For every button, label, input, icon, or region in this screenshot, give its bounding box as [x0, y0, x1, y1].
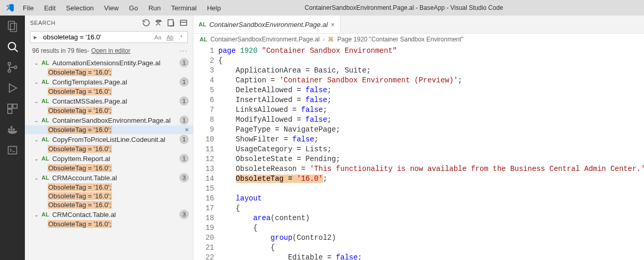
- editor-tabs: AL ContainerSandboxEnvironment.Page.al ×: [193, 16, 644, 34]
- svg-rect-15: [8, 147, 17, 154]
- chevron-down-icon[interactable]: ⌄: [34, 79, 40, 85]
- search-result-match[interactable]: ObsoleteTag = '16.0';: [25, 68, 193, 77]
- svg-point-4: [8, 63, 11, 65]
- close-icon[interactable]: ×: [331, 21, 335, 28]
- chevron-down-icon[interactable]: ⌄: [34, 118, 40, 123]
- breadcrumb[interactable]: AL ContainerSandboxEnvironment.Page.al ›…: [193, 34, 644, 45]
- search-result-match[interactable]: ObsoleteTag = '16.0';×: [25, 125, 193, 134]
- chevron-right-icon: ›: [323, 36, 325, 43]
- search-icon[interactable]: [6, 40, 19, 53]
- menu-run[interactable]: Run: [143, 2, 166, 14]
- match-count-badge: 1: [179, 135, 189, 144]
- match-count-badge: 1: [179, 77, 189, 86]
- expand-search-toggle-icon[interactable]: ▸: [34, 33, 41, 41]
- search-result-match[interactable]: ObsoleteTag = '16.0';: [25, 106, 193, 115]
- collapse-icon[interactable]: [179, 19, 188, 27]
- svg-point-5: [8, 70, 11, 73]
- match-wholeword-toggle[interactable]: Ab: [165, 34, 175, 41]
- chevron-down-icon[interactable]: ⌄: [34, 212, 40, 218]
- match-text: ObsoleteTag = '16.0';: [48, 107, 112, 114]
- more-icon[interactable]: ···: [179, 47, 188, 54]
- menu-file[interactable]: File: [18, 2, 39, 14]
- editor-area: AL ContainerSandboxEnvironment.Page.al ×…: [193, 16, 644, 260]
- activity-bar: [0, 16, 25, 260]
- tab-label: ContainerSandboxEnvironment.Page.al: [209, 21, 328, 28]
- file-name: ContactMSSales.Page.al: [52, 97, 179, 105]
- file-name: AutomationExtensionsEntity.Page.al: [52, 59, 179, 67]
- search-result-file[interactable]: ⌄ALConfigTemplates.Page.al1: [25, 77, 193, 87]
- match-case-toggle[interactable]: Aa: [153, 34, 163, 41]
- code-lines[interactable]: page 1920 "Container Sandbox Environment…: [218, 45, 644, 260]
- menu-view[interactable]: View: [99, 2, 124, 14]
- code-editor[interactable]: 12345678910111213141516171819202122 page…: [193, 45, 644, 260]
- match-text: ObsoleteTag = '16.0';: [48, 126, 112, 134]
- terminal-panel-icon[interactable]: [6, 144, 19, 156]
- vscode-logo-icon: [5, 3, 15, 12]
- search-result-match[interactable]: ObsoleteTag = '16.0';: [25, 192, 193, 200]
- match-text: ObsoleteTag = '16.0';: [48, 192, 112, 200]
- svg-rect-10: [8, 109, 12, 113]
- breadcrumb-symbol[interactable]: Page 1920 "Container Sandbox Environment…: [337, 36, 463, 43]
- al-filetype-icon: AL: [41, 60, 49, 66]
- search-result-file[interactable]: ⌄ALAutomationExtensionsEntity.Page.al1: [25, 57, 193, 68]
- search-result-match[interactable]: ObsoleteTag = '16.0';: [25, 164, 193, 172]
- search-result-match[interactable]: ObsoleteTag = '16.0';: [25, 220, 193, 228]
- file-name: CopyFromToPriceListLine.Codeunit.al: [52, 136, 179, 143]
- match-count-badge: 1: [179, 96, 189, 106]
- match-count-badge: 1: [179, 115, 189, 125]
- match-text: ObsoleteTag = '16.0';: [48, 201, 112, 209]
- sidebar-title: SEARCH: [30, 20, 142, 26]
- menu-go[interactable]: Go: [124, 2, 143, 14]
- file-name: ConfigTemplates.Page.al: [52, 78, 179, 86]
- match-text: ObsoleteTag = '16.0';: [48, 68, 112, 76]
- docker-icon[interactable]: [6, 123, 19, 136]
- clear-icon[interactable]: [155, 19, 163, 27]
- svg-rect-11: [8, 128, 10, 131]
- dismiss-match-icon[interactable]: ×: [185, 126, 189, 134]
- svg-rect-12: [10, 128, 12, 131]
- menu-help[interactable]: Help: [202, 2, 226, 14]
- refresh-icon[interactable]: [142, 19, 150, 27]
- run-debug-icon[interactable]: [6, 82, 19, 94]
- match-count-badge: 1: [179, 58, 189, 67]
- line-gutter: 12345678910111213141516171819202122: [193, 45, 218, 260]
- match-text: ObsoleteTag = '16.0';: [48, 220, 112, 228]
- svg-rect-0: [8, 21, 15, 30]
- search-input[interactable]: [43, 33, 153, 41]
- search-result-file[interactable]: ⌄ALContainerSandboxEnvironment.Page.al1: [25, 115, 193, 125]
- search-result-match[interactable]: ObsoleteTag = '16.0';: [25, 87, 193, 96]
- editor-tab[interactable]: AL ContainerSandboxEnvironment.Page.al ×: [193, 16, 341, 33]
- search-result-file[interactable]: ⌄ALCopyItem.Report.al1: [25, 153, 193, 164]
- search-result-file[interactable]: ⌄ALCRMContact.Table.al3: [25, 209, 193, 220]
- chevron-down-icon[interactable]: ⌄: [34, 60, 40, 66]
- extensions-icon[interactable]: [6, 103, 19, 115]
- regex-toggle[interactable]: .*: [177, 34, 184, 41]
- menu-selection[interactable]: Selection: [61, 2, 99, 14]
- search-result-file[interactable]: ⌄ALCopyFromToPriceListLine.Codeunit.al1: [25, 134, 193, 145]
- svg-rect-13: [13, 128, 15, 131]
- chevron-down-icon[interactable]: ⌄: [34, 156, 40, 162]
- search-results-tree[interactable]: ⌄ALAutomationExtensionsEntity.Page.al1Ob…: [25, 57, 193, 260]
- search-result-file[interactable]: ⌄ALCRMAccount.Table.al3: [25, 172, 193, 183]
- menu-terminal[interactable]: Terminal: [166, 2, 202, 14]
- svg-rect-17: [180, 20, 187, 25]
- svg-point-6: [15, 66, 17, 69]
- search-result-match[interactable]: ObsoleteTag = '16.0';: [25, 183, 193, 192]
- svg-line-3: [15, 49, 18, 52]
- source-control-icon[interactable]: [6, 61, 19, 74]
- search-result-file[interactable]: ⌄ALContactMSSales.Page.al1: [25, 96, 193, 106]
- menu-edit[interactable]: Edit: [39, 2, 61, 14]
- results-summary: 96 results in 79 files - Open in editor …: [25, 46, 193, 57]
- breadcrumb-file[interactable]: ContainerSandboxEnvironment.Page.al: [211, 36, 320, 43]
- search-result-match[interactable]: ObsoleteTag = '16.0';: [25, 145, 193, 153]
- new-search-editor-icon[interactable]: [167, 19, 175, 27]
- chevron-down-icon[interactable]: ⌄: [34, 98, 40, 104]
- explorer-icon[interactable]: [6, 20, 19, 32]
- results-count-text: 96 results in 79 files: [32, 47, 87, 54]
- svg-point-2: [8, 42, 16, 50]
- match-text: ObsoleteTag = '16.0';: [48, 183, 112, 191]
- chevron-down-icon[interactable]: ⌄: [34, 137, 40, 142]
- chevron-down-icon[interactable]: ⌄: [34, 175, 40, 181]
- search-result-match[interactable]: ObsoleteTag = '16.0';: [25, 200, 193, 209]
- open-in-editor-link[interactable]: Open in editor: [91, 47, 130, 54]
